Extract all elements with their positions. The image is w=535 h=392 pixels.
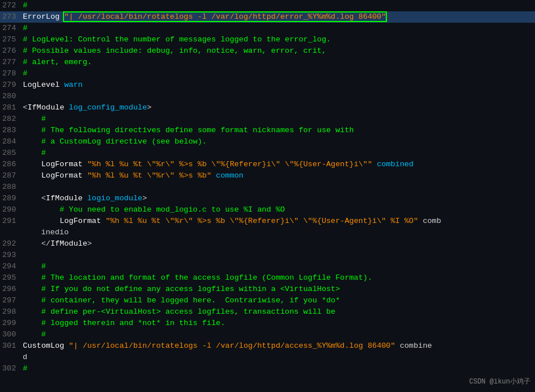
comment-token: # The location and format of the access …: [23, 273, 372, 282]
line-number: 293: [0, 250, 20, 261]
line-number: 289: [0, 193, 20, 204]
plain-token: </: [23, 239, 50, 248]
plain-token: inedio: [23, 228, 69, 237]
code-line: 296 # If you do not define any access lo…: [0, 284, 535, 295]
code-line: 285 #: [0, 147, 535, 159]
line-content: [20, 182, 535, 193]
line-number: 274: [0, 23, 20, 34]
string-token: "| /usr/local/bin/rotatelogs -l /var/log…: [64, 12, 386, 21]
plain-token: [23, 160, 41, 168]
comment-token: #: [23, 115, 46, 123]
line-number: 273: [0, 11, 20, 23]
value-token: combined: [377, 160, 414, 168]
code-line: 298 # define per-<VirtualHost> access lo…: [0, 306, 535, 318]
line-content: </IfModule>: [20, 238, 535, 250]
line-number: 282: [0, 113, 20, 125]
line-content: #: [20, 113, 535, 125]
line-number: 299: [0, 318, 20, 329]
plain-token: combine: [395, 342, 432, 350]
line-number: 298: [0, 306, 20, 318]
line-content: [20, 250, 535, 261]
line-content: LogFormat "%h %l %u %t \"%r\" %>s %b \"%…: [20, 159, 535, 170]
line-content: #: [20, 0, 535, 11]
line-content: inedio: [20, 227, 535, 238]
plain-token: <: [23, 194, 46, 203]
line-number: 284: [0, 136, 20, 147]
value-token: warn: [64, 81, 82, 89]
line-content: #: [20, 363, 535, 374]
value-token: logio_module: [87, 194, 142, 203]
line-content: #: [20, 329, 535, 340]
line-number: 283: [0, 125, 20, 136]
code-line: 301CustomLog "| /usr/local/bin/rotatelog…: [0, 340, 535, 352]
line-number: 277: [0, 57, 20, 68]
code-line: 286 LogFormat "%h %l %u %t \"%r\" %>s %b…: [0, 159, 535, 170]
line-number: 295: [0, 272, 20, 284]
comment-token: # alert, emerg.: [23, 58, 92, 66]
line-content: LogFormat "%h %l %u %t \"%r\" %>s %b \"%…: [20, 216, 535, 227]
code-line: 283 # The following directives define so…: [0, 125, 535, 136]
code-line: 300 #: [0, 329, 535, 340]
plain-token: [372, 160, 377, 168]
line-content: #: [20, 261, 535, 272]
directive-token: LogLevel: [23, 81, 60, 89]
string-token: "| /usr/local/bin/rotatelogs -l /var/log…: [69, 342, 395, 350]
line-content: # define per-<VirtualHost> access logfil…: [20, 306, 535, 318]
directive-token: IfModule: [27, 103, 64, 112]
comment-token: #: [23, 24, 27, 32]
comment-token: #: [23, 330, 46, 339]
directive-token: IfModule: [50, 239, 87, 248]
comment-token: #: [23, 364, 27, 373]
line-content: <IfModule logio_module>: [20, 193, 535, 204]
line-number: 288: [0, 182, 20, 193]
code-line: 279LogLevel warn: [0, 79, 535, 91]
line-number: 280: [0, 91, 20, 102]
plain-token: [101, 217, 106, 225]
line-number: 296: [0, 284, 20, 295]
code-line: 282 #: [0, 113, 535, 125]
code-line: 297 # container, they will be logged her…: [0, 295, 535, 306]
line-content: # The following directives define some f…: [20, 125, 535, 136]
value-token: common: [216, 171, 244, 180]
line-number: 276: [0, 45, 20, 57]
line-number: 300: [0, 329, 20, 340]
code-line: 273ErrorLog "| /usr/local/bin/rotatelogs…: [0, 11, 535, 23]
line-number: 286: [0, 159, 20, 170]
comment-token: # The following directives define some f…: [23, 126, 353, 134]
code-line: d: [0, 352, 535, 363]
directive-token: LogFormat: [60, 217, 101, 225]
line-number: 278: [0, 68, 20, 79]
code-line: inedio: [0, 227, 535, 238]
line-number: 292: [0, 238, 20, 250]
code-line: 288: [0, 182, 535, 193]
plain-token: [23, 171, 41, 180]
comment-token: #: [23, 262, 46, 271]
code-line: 294 #: [0, 261, 535, 272]
line-number: 294: [0, 261, 20, 272]
comment-token: # If you do not define any access logfil…: [23, 285, 340, 293]
code-line: 278#: [0, 68, 535, 79]
code-line: 299 # logged therein and *not* in this f…: [0, 318, 535, 329]
comment-token: # define per-<VirtualHost> access logfil…: [23, 307, 335, 316]
line-content: #: [20, 68, 535, 79]
comment-token: # container, they will be logged here. C…: [23, 296, 340, 305]
code-line: 292 </IfModule>: [0, 238, 535, 250]
code-line: 290 # You need to enable mod_logio.c to …: [0, 204, 535, 216]
line-number: 279: [0, 79, 20, 91]
line-content: LogFormat "%h %l %u %t \"%r\" %>s %b" co…: [20, 170, 535, 182]
code-line: 275# LogLevel: Control the number of mes…: [0, 34, 535, 45]
line-content: # logged therein and *not* in this file.: [20, 318, 535, 329]
code-line: 284 # a CustomLog directive (see below).: [0, 136, 535, 147]
line-content: # Possible values include: debug, info, …: [20, 45, 535, 57]
comment-token: # logged therein and *not* in this file.: [23, 319, 225, 327]
code-line: 276# Possible values include: debug, inf…: [0, 45, 535, 57]
plain-token: d: [23, 353, 27, 361]
directive-token: LogFormat: [41, 160, 83, 168]
comment-token: #: [23, 1, 27, 10]
line-number: 290: [0, 204, 20, 216]
code-lines: 272#273ErrorLog "| /usr/local/bin/rotate…: [0, 0, 535, 374]
code-line: 277# alert, emerg.: [0, 57, 535, 68]
line-content: ErrorLog "| /usr/local/bin/rotatelogs -l…: [20, 11, 535, 23]
line-number: [0, 352, 20, 363]
plain-token: [83, 194, 87, 203]
